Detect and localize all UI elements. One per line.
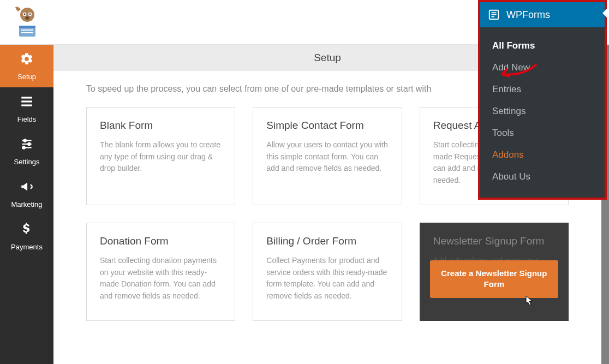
template-donation[interactable]: Donation Form Start collecting donation … (86, 223, 235, 321)
submenu-item-all-forms[interactable]: All Forms (480, 35, 605, 57)
svg-point-14 (24, 139, 26, 141)
bullhorn-icon (20, 180, 34, 197)
arrow-indicator-icon (602, 9, 607, 17)
svg-rect-11 (21, 100, 32, 102)
svg-point-3 (24, 13, 26, 15)
submenu-header[interactable]: WPForms (480, 2, 605, 27)
wpforms-logo (10, 5, 45, 40)
sidebar-item-label: Settings (14, 158, 40, 166)
gear-icon (20, 52, 34, 69)
submenu-item-about-us[interactable]: About Us (480, 166, 605, 188)
template-title: Donation Form (100, 235, 222, 247)
svg-point-18 (22, 146, 25, 148)
template-simple-contact[interactable]: Simple Contact Form Allow your users to … (253, 107, 402, 205)
sidebar-item-payments[interactable]: Payments (0, 215, 53, 258)
template-title: Simple Contact Form (266, 120, 388, 132)
template-desc: Allow your users to contact you with thi… (266, 139, 388, 175)
submenu-items: All Forms Add New Entries Settings Tools… (480, 27, 605, 198)
sidebar-item-label: Payments (11, 243, 43, 251)
submenu-item-entries[interactable]: Entries (480, 79, 605, 100)
builder-sidebar: Setup Fields Settings Marketing Payments (0, 45, 53, 364)
form-icon (488, 9, 500, 21)
svg-rect-10 (21, 97, 32, 98)
svg-rect-7 (19, 26, 35, 28)
svg-rect-8 (21, 29, 33, 31)
submenu-item-add-new[interactable]: Add New (480, 57, 605, 79)
template-desc: Start collecting donation payments on yo… (100, 255, 222, 302)
submenu-item-tools[interactable]: Tools (480, 122, 605, 144)
svg-point-4 (29, 13, 31, 15)
svg-point-5 (25, 16, 29, 20)
submenu-item-addons[interactable]: Addons (480, 144, 605, 166)
sidebar-item-setup[interactable]: Setup (0, 45, 53, 87)
sidebar-item-settings[interactable]: Settings (0, 130, 53, 172)
svg-rect-12 (21, 104, 32, 106)
dollar-icon (21, 222, 33, 240)
sidebar-item-label: Setup (17, 73, 36, 81)
svg-rect-9 (21, 32, 33, 33)
page-title: Setup (314, 52, 341, 64)
template-title: Blank Form (100, 120, 222, 132)
template-blank-form[interactable]: Blank Form The blank form allows you to … (86, 107, 235, 205)
template-newsletter[interactable]: Newsletter Signup Form Add subscribers a… (420, 223, 569, 321)
sidebar-item-label: Fields (17, 115, 37, 123)
template-title: Billing / Order Form (266, 235, 388, 247)
list-icon (20, 94, 34, 112)
wp-admin-submenu: WPForms All Forms Add New Entries Settin… (478, 0, 607, 200)
svg-point-16 (28, 142, 30, 145)
sidebar-item-fields[interactable]: Fields (0, 87, 53, 130)
svg-point-0 (20, 8, 34, 22)
create-template-button[interactable]: Create a Newsletter Signup Form (430, 260, 558, 298)
template-desc: Collect Payments for product and service… (266, 255, 388, 302)
sliders-icon (20, 137, 34, 154)
sidebar-item-marketing[interactable]: Marketing (0, 172, 53, 215)
template-title: Newsletter Signup Form (433, 235, 555, 247)
template-desc: The blank form allows you to create any … (100, 139, 222, 175)
template-billing[interactable]: Billing / Order Form Collect Payments fo… (253, 223, 402, 321)
sidebar-item-label: Marketing (11, 200, 42, 208)
submenu-title: WPForms (506, 9, 550, 21)
submenu-item-settings[interactable]: Settings (480, 100, 605, 122)
